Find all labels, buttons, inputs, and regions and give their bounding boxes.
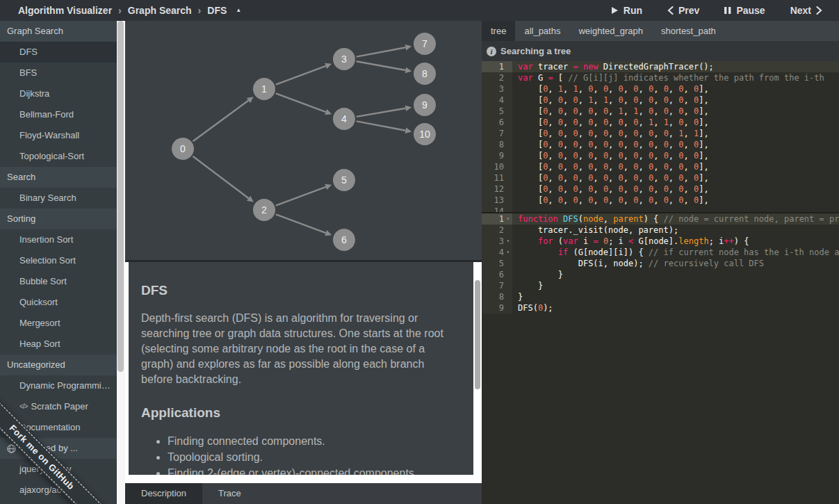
code-text: for (var i = 0; i < G[node].length; i++)… bbox=[512, 236, 839, 247]
sidebar-label: Bubble Sort bbox=[19, 271, 67, 292]
sidebar-item-heap-sort[interactable]: Heap Sort bbox=[0, 334, 117, 355]
line-number: 2 bbox=[482, 72, 504, 83]
tab-trace[interactable]: Trace bbox=[202, 483, 257, 504]
sidebar-item-dijkstra[interactable]: Dijkstra bbox=[0, 83, 117, 104]
graph-node-label: 1 bbox=[261, 83, 267, 95]
line-number-gutter: 7 bbox=[482, 128, 512, 139]
sidebar-item-mergesort[interactable]: Mergesort bbox=[0, 313, 117, 334]
sidebar-item-quicksort[interactable]: Quicksort bbox=[0, 292, 117, 313]
line-number-gutter: 1▾ bbox=[482, 213, 512, 225]
line-number-gutter: 4▾ bbox=[482, 247, 512, 258]
bottom-tab-bar: DescriptionTrace bbox=[125, 483, 482, 504]
line-number: 12 bbox=[482, 184, 504, 195]
code-text: } bbox=[512, 269, 839, 280]
sidebar-label: Dijkstra bbox=[19, 83, 49, 104]
sidebar-label: Heap Sort bbox=[19, 334, 60, 355]
tab-tree[interactable]: tree bbox=[482, 21, 515, 41]
tab-description[interactable]: Description bbox=[125, 483, 202, 504]
line-number-gutter: 8 bbox=[482, 291, 512, 302]
sidebar-item-topological-sort[interactable]: Topological-Sort bbox=[0, 146, 117, 167]
code-text: [0, 1, 1, 0, 0, 0, 0, 0, 0, 0, 0], bbox=[512, 83, 839, 95]
code-line: 2 tracer._visit(node, parent); bbox=[482, 225, 839, 236]
sidebar-label: Search bbox=[7, 167, 35, 188]
sidebar-header-sorting: Sorting bbox=[0, 209, 117, 229]
run-label: Run bbox=[624, 5, 642, 16]
prev-button[interactable]: Prev bbox=[667, 5, 699, 16]
sidebar-item-selection-sort[interactable]: Selection Sort bbox=[0, 250, 117, 271]
code-editor[interactable]: 1▾function DFS(node, parent) { // node =… bbox=[482, 212, 839, 504]
line-number-gutter: 6 bbox=[482, 269, 512, 280]
breadcrumb-graph-search[interactable]: Graph Search bbox=[128, 5, 192, 16]
description-scrollbar-thumb[interactable] bbox=[475, 280, 480, 389]
player-controls: RunPrevPauseNext bbox=[611, 5, 822, 16]
tab-shortest-path[interactable]: shortest_path bbox=[652, 21, 725, 41]
line-number-gutter: 6 bbox=[482, 117, 512, 128]
graph-node-label: 2 bbox=[261, 204, 267, 216]
sidebar-item-scratch-paper[interactable]: </>Scratch Paper bbox=[0, 396, 117, 417]
breadcrumb-algorithm-visualizer[interactable]: Algorithm Visualizer bbox=[18, 5, 112, 16]
code-panel: treeall_pathsweighted_graphshortest_path… bbox=[482, 21, 839, 504]
sidebar-header-search: Search bbox=[0, 167, 117, 188]
graph-edge-2-6 bbox=[276, 214, 326, 233]
fold-spacer bbox=[504, 269, 512, 280]
code-text: if (G[node][i]) { // if current node has… bbox=[512, 247, 839, 258]
graph-node-label: 3 bbox=[341, 54, 347, 65]
code-text: [0, 0, 0, 0, 0, 0, 0, 0, 0, 0, 0], bbox=[512, 150, 839, 161]
line-number-gutter: 12 bbox=[482, 184, 512, 195]
code-line: 3▾ for (var i = 0; i < G[node].length; i… bbox=[482, 236, 839, 247]
description-panel-frame: DFS Depth-first search (DFS) is an algor… bbox=[125, 262, 482, 483]
graph-node-label: 4 bbox=[341, 113, 347, 124]
fold-spacer bbox=[504, 83, 512, 95]
pause-icon bbox=[724, 6, 731, 15]
sidebar-item-binary-search[interactable]: Binary Search bbox=[0, 188, 117, 209]
sidebar-header-uncategorized: Uncategorized bbox=[0, 355, 117, 375]
code-line: 4 [0, 0, 0, 1, 1, 0, 0, 0, 0, 0, 0], bbox=[482, 95, 839, 106]
sidebar-item-bellman-ford[interactable]: Bellman-Ford bbox=[0, 104, 117, 125]
line-number: 7 bbox=[482, 128, 504, 139]
sidebar-item-dynamic-programmi[interactable]: Dynamic Programmi… bbox=[0, 375, 117, 396]
description-paragraph: Depth-first search (DFS) is an algorithm… bbox=[141, 311, 458, 387]
fold-spacer bbox=[504, 280, 512, 291]
tab-weighted-graph[interactable]: weighted_graph bbox=[569, 21, 652, 41]
breadcrumb-separator: › bbox=[198, 5, 202, 16]
breadcrumb-dfs[interactable]: DFS bbox=[207, 5, 227, 16]
graph-edge-3-7 bbox=[357, 47, 406, 56]
sidebar-scrollbar-thumb[interactable] bbox=[117, 21, 124, 372]
sidebar-label: Dynamic Programmi… bbox=[19, 375, 111, 396]
data-editor[interactable]: 1var tracer = new DirectedGraphTracer();… bbox=[482, 61, 839, 212]
graph-edge-4-10 bbox=[357, 121, 406, 130]
application-item: Finding connected components. bbox=[168, 433, 458, 449]
chevron-up-icon[interactable]: ▲ bbox=[236, 7, 241, 13]
sidebar-label: DFS bbox=[19, 42, 38, 63]
line-number-gutter: 4 bbox=[482, 95, 512, 106]
sidebar-item-bfs[interactable]: BFS bbox=[0, 63, 117, 83]
tab-all-paths[interactable]: all_paths bbox=[515, 21, 569, 41]
line-number: 5 bbox=[482, 258, 504, 269]
sidebar-label: Floyd-Warshall bbox=[19, 125, 79, 146]
sidebar-header-graph-search: Graph Search bbox=[0, 21, 117, 42]
line-number: 13 bbox=[482, 195, 504, 206]
next-button[interactable]: Next bbox=[790, 5, 822, 16]
fold-spacer bbox=[504, 184, 512, 195]
applications-heading: Applications bbox=[141, 405, 458, 421]
sidebar-label: Binary Search bbox=[19, 188, 76, 209]
code-line: 5 DFS(i, node); // recursively call DFS bbox=[482, 258, 839, 269]
code-line: 7 } bbox=[482, 280, 839, 291]
sidebar-label: Selection Sort bbox=[19, 250, 76, 271]
code-line: 4▾ if (G[node][i]) { // if current node … bbox=[482, 247, 839, 258]
sidebar-item-dfs[interactable]: DFS bbox=[0, 42, 117, 63]
sidebar-label: Insertion Sort bbox=[19, 229, 73, 250]
sidebar-item-bubble-sort[interactable]: Bubble Sort bbox=[0, 271, 117, 292]
pause-button[interactable]: Pause bbox=[724, 5, 765, 16]
code-text: [0, 0, 0, 0, 0, 1, 1, 0, 0, 0, 0], bbox=[512, 106, 839, 117]
graph-canvas[interactable]: 012345678910 bbox=[125, 21, 482, 260]
fold-spacer bbox=[504, 225, 512, 236]
line-number-gutter: 3▾ bbox=[482, 236, 512, 247]
graph-node-label: 9 bbox=[422, 99, 427, 111]
sidebar-item-insertion-sort[interactable]: Insertion Sort bbox=[0, 229, 117, 250]
run-button[interactable]: Run bbox=[611, 5, 642, 16]
line-number-gutter: 5 bbox=[482, 258, 512, 269]
sidebar-item-floyd-warshall[interactable]: Floyd-Warshall bbox=[0, 125, 117, 146]
line-number-gutter: 8 bbox=[482, 139, 512, 150]
line-number-gutter: 13 bbox=[482, 195, 512, 206]
